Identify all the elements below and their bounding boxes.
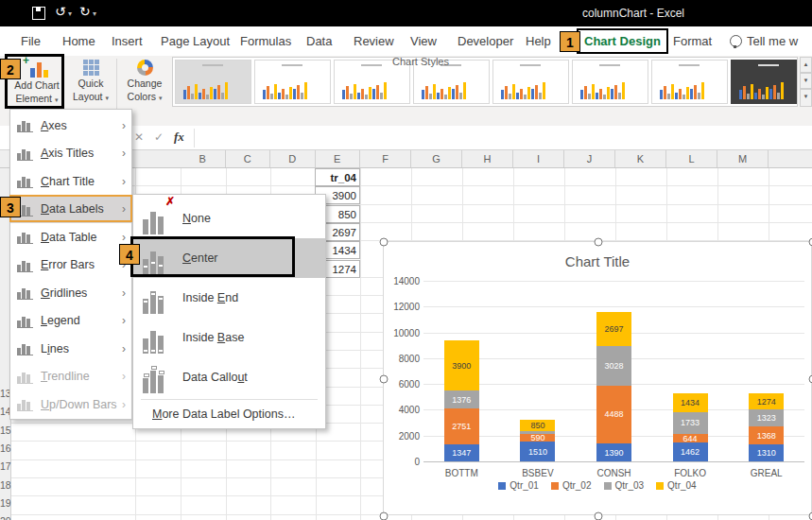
chart[interactable]: Chart Title 1400012000100008000600040002…	[383, 241, 812, 515]
bar-segment-qtr-03-bsbev[interactable]	[520, 431, 555, 434]
menu-item-data-table[interactable]: Data Table›	[10, 223, 131, 251]
data-label: 644	[673, 434, 708, 443]
row-header-17[interactable]: 17	[0, 460, 9, 472]
data-table-icon	[17, 230, 33, 244]
submenu-chevron-icon: ›	[122, 398, 126, 411]
column-header-C[interactable]: C	[226, 150, 271, 167]
chart-style-tile-1[interactable]	[175, 60, 251, 104]
legend-icon	[17, 314, 33, 328]
gallery-more-icon[interactable]: ▼	[800, 89, 812, 107]
menu-item-axis-titles[interactable]: Axis Titles›	[10, 140, 131, 168]
column-header-H[interactable]: H	[462, 150, 513, 167]
selection-handle[interactable]	[380, 375, 389, 384]
column-header-J[interactable]: J	[564, 150, 615, 167]
data-labels-submenu: NoneCenterInside EndInside BaseData Call…	[132, 194, 326, 429]
legend-item-qtr-04[interactable]: Qtr_04	[656, 480, 697, 491]
tab-chart-design[interactable]: Chart Design	[584, 26, 661, 56]
redo-icon[interactable]: ↻	[79, 5, 91, 18]
submenu-item-label: Inside Base	[182, 331, 244, 344]
quick-layout-button[interactable]: Quick Layout ▾	[68, 57, 113, 107]
more-data-label-options[interactable]: More Data Label Options…	[133, 402, 325, 426]
save-icon[interactable]	[32, 7, 45, 20]
row-header-16[interactable]: 16	[0, 442, 9, 454]
tab-format[interactable]: Format	[673, 26, 712, 56]
row-header-15[interactable]: 15	[0, 425, 9, 436]
column-header-L[interactable]: L	[666, 150, 717, 167]
chart-style-tile-8[interactable]	[731, 60, 798, 104]
undo-caret-icon[interactable]: ▾	[68, 9, 72, 18]
data-label: 1368	[749, 431, 784, 441]
undo-icon[interactable]: ↺	[55, 5, 66, 18]
menu-item-label: Up/Down Bars	[41, 398, 117, 411]
column-header-M[interactable]: M	[717, 150, 769, 167]
column-header-E[interactable]: E	[316, 150, 361, 167]
menu-item-data-labels[interactable]: Data Labels›	[10, 196, 131, 224]
tab-insert[interactable]: Insert	[112, 26, 143, 56]
add-chart-element-button[interactable]: + Add Chart Element ▾	[9, 57, 64, 107]
column-header-G[interactable]: G	[411, 150, 462, 167]
chart-style-tile-7[interactable]	[651, 60, 728, 104]
tab-view[interactable]: View	[410, 26, 437, 56]
row-header-20[interactable]: 20	[0, 515, 9, 520]
column-header-F[interactable]: F	[360, 150, 411, 167]
tell-me-box[interactable]: Tell me w	[747, 26, 798, 56]
tab-file[interactable]: File	[21, 26, 41, 56]
formula-input[interactable]	[199, 126, 812, 149]
legend-item-qtr-02[interactable]: Qtr_02	[551, 480, 592, 491]
submenu-item-inside-base[interactable]: Inside Base	[133, 318, 325, 357]
selection-handle[interactable]	[809, 512, 812, 520]
gallery-scroll-down-icon[interactable]: ▼	[800, 73, 812, 89]
submenu-item-center[interactable]: Center	[133, 238, 325, 278]
enter-icon[interactable]: ✓	[154, 130, 164, 144]
insert-function-icon[interactable]: fx	[174, 130, 184, 145]
menu-item-axes[interactable]: Axes›	[10, 112, 131, 140]
row-header-18[interactable]: 18	[0, 479, 9, 491]
row-header-19[interactable]: 19	[0, 497, 9, 509]
y-axis-label: 2000	[386, 431, 420, 442]
chart-style-tile-2[interactable]	[254, 60, 331, 104]
tab-help[interactable]: Help	[526, 26, 551, 56]
row-header-13[interactable]: 13	[0, 388, 9, 399]
submenu-item-inside-end[interactable]: Inside End	[133, 278, 325, 318]
cancel-icon[interactable]: ✕	[134, 130, 144, 144]
tab-home[interactable]: Home	[62, 26, 95, 56]
column-header-D[interactable]: D	[270, 150, 316, 167]
redo-caret-icon[interactable]: ▾	[93, 9, 96, 18]
submenu-chevron-icon: ›	[122, 119, 126, 132]
menu-item-gridlines[interactable]: Gridlines›	[10, 279, 131, 307]
menu-item-chart-title[interactable]: Chart Title›	[10, 167, 131, 196]
tab-page-layout[interactable]: Page Layout	[161, 26, 230, 56]
legend[interactable]: Qtr_01Qtr_02Qtr_03Qtr_04	[384, 480, 811, 491]
submenu-item-data-callout[interactable]: Data Callout	[133, 357, 325, 397]
menu-item-error-bars[interactable]: Error Bars›	[10, 251, 131, 280]
chart-style-tile-6[interactable]	[572, 60, 648, 104]
tab-developer[interactable]: Developer	[458, 26, 513, 56]
gallery-scroll-up-icon[interactable]: ▲	[800, 57, 812, 73]
column-header-I[interactable]: I	[513, 150, 564, 167]
tab-data[interactable]: Data	[306, 26, 332, 56]
chart-style-tile-5[interactable]	[492, 60, 569, 104]
selection-handle[interactable]	[380, 238, 389, 247]
legend-item-qtr-01[interactable]: Qtr_01	[498, 480, 539, 491]
change-colors-button[interactable]: Change Colors ▾	[120, 57, 169, 107]
menu-item-up-down-bars[interactable]: Up/Down Bars›	[10, 390, 131, 419]
legend-item-qtr-03[interactable]: Qtr_03	[604, 480, 645, 491]
selection-handle[interactable]	[380, 512, 389, 520]
chart-title[interactable]: Chart Title	[384, 253, 811, 269]
menu-item-legend[interactable]: Legend›	[10, 307, 131, 336]
cell-header[interactable]: tr_04	[315, 168, 360, 186]
selection-handle[interactable]	[809, 238, 812, 247]
selection-handle[interactable]	[809, 375, 812, 384]
row-header-14[interactable]: 14	[0, 406, 9, 417]
change-colors-icon	[137, 60, 153, 76]
submenu-item-none[interactable]: None	[133, 199, 325, 238]
selection-handle[interactable]	[595, 238, 603, 247]
button-label: Layout ▾	[68, 91, 113, 104]
tab-formulas[interactable]: Formulas	[240, 26, 291, 56]
menu-item-trendline[interactable]: Trendline›	[10, 363, 131, 391]
column-header-K[interactable]: K	[615, 150, 666, 167]
tab-review[interactable]: Review	[354, 26, 394, 56]
selection-handle[interactable]	[595, 512, 603, 520]
menu-item-lines[interactable]: Lines›	[10, 335, 131, 363]
column-header-B[interactable]: B	[181, 150, 226, 167]
